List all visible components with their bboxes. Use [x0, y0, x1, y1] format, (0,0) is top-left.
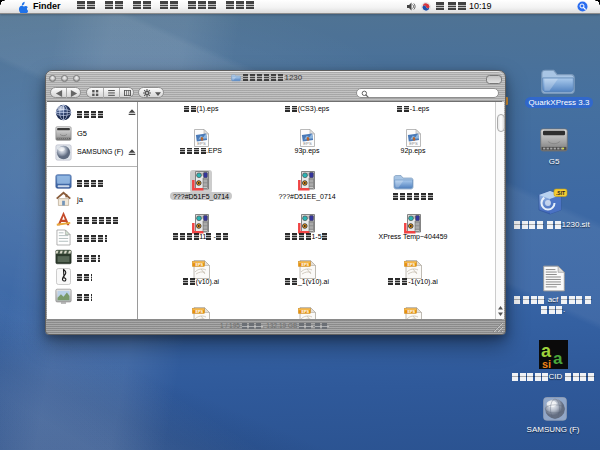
svg-text:si: si [542, 358, 551, 369]
svg-text:a: a [553, 349, 563, 368]
svg-text:.SIT: .SIT [556, 190, 565, 196]
